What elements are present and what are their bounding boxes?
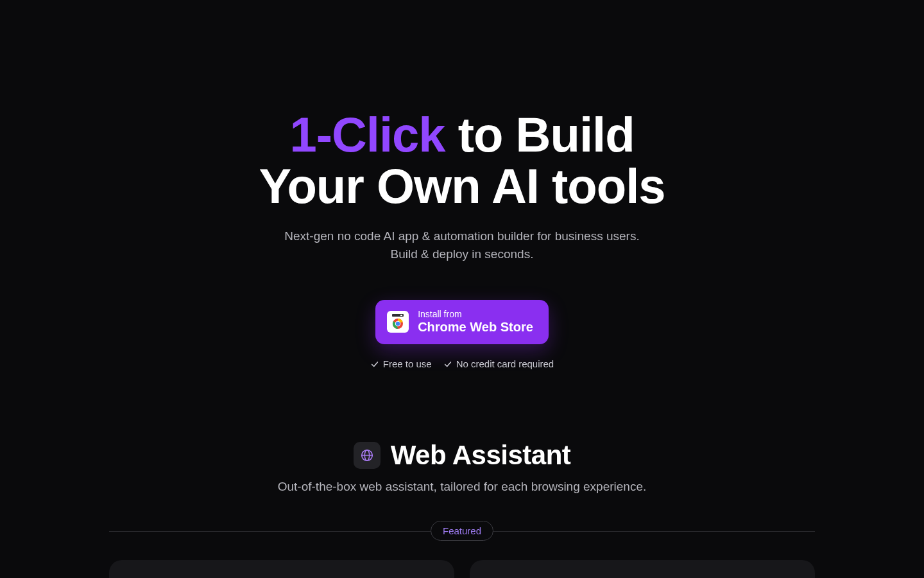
benefit-label: Free to use xyxy=(383,358,432,369)
check-icon xyxy=(370,360,379,369)
hero-title: 1-Click to Build Your Own AI tools xyxy=(259,109,665,212)
hero-subtitle: Next-gen no code AI app & automation bui… xyxy=(284,227,639,264)
check-icon xyxy=(443,360,452,369)
globe-icon xyxy=(354,442,381,469)
svg-rect-1 xyxy=(400,315,402,316)
benefit-item: Free to use xyxy=(370,358,432,369)
section-title: Web Assistant xyxy=(391,440,571,471)
hero-subtitle-line1: Next-gen no code AI app & automation bui… xyxy=(284,229,639,243)
hero-title-accent: 1-Click xyxy=(289,107,445,162)
install-button-small: Install from xyxy=(418,309,461,320)
section-subtitle: Out-of-the-box web assistant, tailored f… xyxy=(278,480,647,494)
feature-card[interactable] xyxy=(109,560,454,578)
chrome-webstore-icon xyxy=(387,311,409,333)
featured-pill: Featured xyxy=(431,521,493,541)
hero-title-line1: to Build xyxy=(445,107,635,162)
benefits-list: Free to use No credit card required xyxy=(370,358,554,369)
install-chrome-button[interactable]: Install from Chrome Web Store xyxy=(375,300,549,345)
hero-title-line2: Your Own AI tools xyxy=(259,159,665,213)
benefit-label: No credit card required xyxy=(456,358,554,369)
svg-point-4 xyxy=(396,322,400,326)
feature-card[interactable] xyxy=(470,560,815,578)
install-button-big: Chrome Web Store xyxy=(418,319,533,335)
benefit-item: No credit card required xyxy=(443,358,554,369)
section-header: Web Assistant xyxy=(354,440,571,471)
hero-subtitle-line2: Build & deploy in seconds. xyxy=(391,247,534,261)
